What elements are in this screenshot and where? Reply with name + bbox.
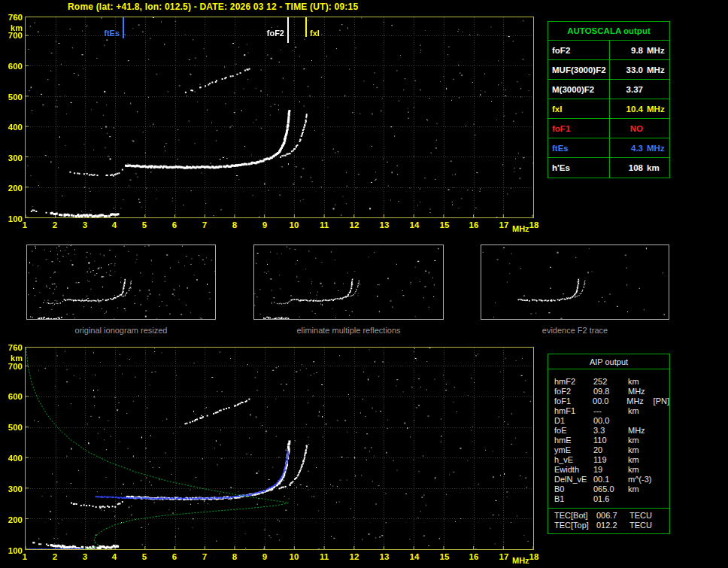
row-label: M(3000)F2: [548, 80, 610, 99]
row-note: [655, 377, 669, 387]
row-value: 9.8: [610, 46, 643, 55]
row-value: 00.0: [593, 416, 628, 426]
aip-row-d1: D100.0: [548, 416, 669, 426]
x-axis-label-2: 2: [47, 552, 63, 561]
aip-row-hmf2: hmF2252km: [548, 377, 669, 387]
x-axis-label-17: 17: [496, 552, 512, 561]
x-axis-label-14: 14: [406, 220, 423, 229]
x-axis-label-16: 16: [466, 552, 482, 561]
aip-row-fof2: foF209.8MHz: [548, 387, 669, 396]
row-unit: TECU: [629, 511, 669, 521]
autoscala-row-fof1: foF1 NO: [548, 119, 669, 138]
x-axis-label-13: 13: [376, 552, 393, 561]
x-axis-label-10: 10: [286, 220, 302, 229]
row-value: 33.0: [610, 65, 643, 74]
row-note: [655, 406, 669, 416]
row-note: [655, 387, 669, 396]
row-note: [655, 484, 669, 494]
row-label: h'Es: [548, 158, 610, 178]
autoscala-row-muf3000f2: MUF(3000)F2 33.0 MHz: [548, 60, 669, 80]
row-note: [655, 475, 669, 484]
aip-row-fof1: foF100.0MHz[PN]: [548, 396, 669, 406]
row-unit: MHz: [647, 105, 669, 114]
row-label: foF1: [554, 396, 593, 406]
x-axis-label-5: 5: [136, 220, 153, 229]
aip-panel-title: AIP output: [548, 354, 669, 369]
autoscala-window: Rome (lat: +41.8, lon: 012.5) - DATE: 20…: [0, 0, 728, 568]
fof2-marker-line: [287, 17, 289, 43]
row-unit: MHz: [647, 65, 669, 74]
row-value: 4.3: [610, 144, 643, 153]
row-value: 01.6: [593, 494, 628, 504]
row-unit: MHz: [647, 144, 669, 153]
aip-tec-section: TEC[Bot]006.7TECU TEC[Top]012.2TECU: [548, 508, 669, 533]
x-axis-label-13: 13: [376, 220, 393, 229]
row-label: D1: [554, 416, 593, 426]
row-unit: km: [647, 163, 669, 172]
row-unit: MHz: [647, 46, 669, 55]
aip-row-yme: ymE20km: [548, 445, 669, 455]
y-axis-unit: km: [2, 23, 23, 32]
x-axis-label-11: 11: [316, 552, 332, 561]
x-axis-label-15: 15: [436, 220, 453, 229]
row-label: hmF1: [554, 406, 593, 416]
row-unit: km: [628, 406, 655, 416]
thumbnail-cleaned-canvas: [254, 245, 443, 319]
ftes-marker-label: ftEs: [86, 29, 120, 38]
aip-row-hme: hmE110km: [548, 436, 669, 445]
aip-row-tec-bot: TEC[Bot]006.7TECU: [548, 511, 669, 521]
row-note: [655, 445, 669, 455]
thumbnail-caption-original: original ionogram resized: [26, 326, 216, 335]
row-unit: MHz: [628, 387, 655, 396]
x-axis-label-12: 12: [346, 552, 362, 561]
row-label: MUF(3000)F2: [548, 60, 610, 79]
y-axis-label-400: 400: [2, 454, 23, 463]
autoscala-panel-title: AUTOSCALA output: [548, 22, 669, 41]
row-label: foE: [554, 426, 593, 436]
row-value: 252: [593, 377, 628, 387]
row-unit: m^(-3): [628, 475, 655, 484]
row-unit: MHz: [626, 396, 653, 406]
aip-row-tec-top: TEC[Top]012.2TECU: [548, 521, 669, 530]
row-unit: km: [628, 436, 655, 445]
autoscala-output-panel: AUTOSCALA output foF2 9.8 MHz MUF(3000)F…: [548, 21, 670, 178]
row-unit: km: [628, 484, 655, 494]
x-axis-label-1: 1: [17, 552, 33, 561]
row-label: Ewidth: [554, 465, 593, 475]
thumbnail-original-ionogram: [26, 245, 216, 320]
row-value: 20: [593, 445, 628, 455]
ftes-marker-line: [123, 17, 124, 38]
autoscala-row-m3000f2: M(3000)F2 3.37: [548, 80, 669, 99]
row-value: 19: [593, 465, 628, 475]
row-unit: km: [628, 465, 655, 475]
thumbnail-f2-trace-evidence: [481, 245, 669, 320]
fxi-marker-label: fxI: [310, 29, 320, 38]
autoscala-row-fof2: foF2 9.8 MHz: [548, 41, 669, 60]
y-axis-label-300: 300: [2, 484, 23, 494]
row-value: ---: [593, 406, 628, 416]
y-axis-label-700: 700: [2, 362, 23, 371]
row-note: [PN]: [654, 396, 669, 406]
x-axis-label-2: 2: [47, 220, 63, 229]
row-label: hmF2: [554, 377, 593, 387]
row-note: [655, 494, 669, 504]
row-label: h_vE: [554, 455, 593, 465]
y-axis-label-500: 500: [2, 423, 23, 432]
x-axis-label-7: 7: [196, 220, 213, 229]
autoscala-row-hpes: h'Es 108 km: [548, 158, 669, 178]
row-label: foF2: [548, 41, 610, 59]
aip-row-b0: B0065.0km: [548, 484, 669, 494]
row-note: [655, 455, 669, 465]
thumbnail-f2-canvas: [481, 245, 669, 319]
x-axis-unit: MHz: [512, 556, 536, 565]
x-axis-label-3: 3: [77, 552, 93, 561]
row-label: TEC[Top]: [554, 521, 596, 530]
thumbnail-caption-f2: evidence F2 trace: [481, 326, 669, 335]
x-axis-label-5: 5: [136, 552, 153, 561]
x-axis-label-15: 15: [436, 552, 453, 561]
top-ionogram-plot: [25, 17, 534, 218]
row-label: TEC[Bot]: [554, 511, 596, 521]
x-axis-label-17: 17: [496, 220, 512, 229]
aip-row-hmf1: hmF1---km: [548, 406, 669, 416]
y-axis-label-500: 500: [2, 93, 23, 102]
